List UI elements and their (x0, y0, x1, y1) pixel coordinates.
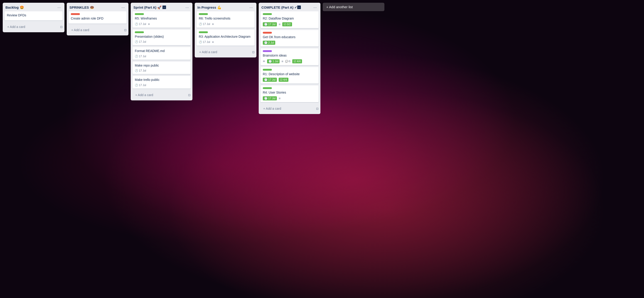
list-header: In Progress 💪 ··· (195, 3, 256, 11)
description-icon (212, 40, 214, 44)
card-description-icon (279, 97, 280, 100)
card[interactable]: Format README.md 17 Jul (132, 47, 190, 60)
card-date-badge: 🕐 17 Jul (263, 96, 277, 100)
card-meta: 🕐 1 Jul 6 ☑ 4/4 (263, 59, 316, 63)
clock-icon (135, 84, 138, 87)
add-card-button[interactable]: + Add a card (4, 23, 60, 31)
add-card-row: + Add a card (131, 90, 192, 100)
card[interactable]: Review DFDs (4, 11, 63, 21)
clock-icon (199, 23, 202, 26)
archive-icon[interactable] (188, 93, 190, 97)
card-meta: 🕐 17 Jul ☑ 0/2 (263, 22, 316, 26)
card[interactable]: R5: Wireframes 17 Jul (132, 11, 190, 28)
card[interactable]: Create admin role DFD (68, 11, 126, 24)
list-sprinkles: SPRINKLES 🍩 ··· Create admin role DFD + … (67, 3, 128, 36)
card-description-icon (148, 22, 150, 26)
card[interactable]: R2: Dataflow Diagram 🕐 17 Jul ☑ 0/2 (260, 11, 318, 28)
card-meta: 17 Jul (135, 84, 188, 87)
card-label (263, 87, 272, 89)
watch-icon (263, 60, 265, 63)
card-meta: 17 Jul (135, 22, 188, 26)
card[interactable]: R4: User Stories 🕐 17 Jul (260, 85, 318, 102)
archive-icon[interactable] (124, 28, 126, 32)
clock-icon (135, 23, 138, 26)
card-title: Make repo public (135, 63, 188, 68)
card-title: Presentation (slides) (135, 35, 188, 39)
card[interactable]: Make repo public 17 Jul (132, 62, 190, 74)
card-title: Make trello public (135, 78, 188, 82)
add-card-button[interactable]: + Add a card (260, 105, 316, 112)
clock-icon (135, 55, 138, 58)
card-title: R2: Dataflow Diagram (263, 16, 316, 21)
card-label (263, 50, 272, 52)
card[interactable]: R6: Trello screenshots 17 Jul (196, 11, 254, 28)
list-title: COMPLETE (Part A) ✓🅰 (262, 6, 312, 10)
comment-count: 6 (285, 60, 291, 63)
clock-icon (199, 41, 202, 44)
card-meta: 🕐 17 Jul ☑ 4/4 (263, 78, 316, 82)
card-meta: 17 Jul (135, 55, 188, 58)
add-card-row: + Add a card (3, 22, 64, 32)
board: Backlog 🤩 ··· Review DFDs + Add a card S… (0, 0, 644, 298)
card[interactable]: R3: Application Architecture Diagram 17 … (196, 30, 254, 46)
card-label (199, 13, 208, 15)
list-title: Sprint (Part A) 🚀 🅰 (134, 6, 184, 10)
description-icon (282, 60, 283, 63)
card-date-badge: 🕐 2 Jul (263, 41, 275, 45)
card[interactable]: Presentation (slides) ✏ 17 Jul (132, 30, 190, 46)
card-meta: 17 Jul (135, 40, 188, 43)
description-icon (148, 22, 150, 26)
checklist-badge: ☑ 4/4 (292, 59, 302, 63)
add-card-row: + Add a card (259, 104, 320, 114)
list-menu-button[interactable]: ··· (120, 5, 126, 10)
card-date: 17 Jul (199, 23, 210, 26)
card[interactable]: Get OK from educators 🕐 2 Jul (260, 30, 318, 47)
add-list-button[interactable]: + Add another list (323, 3, 384, 11)
list-body: R6: Trello screenshots 17 Jul R3: Applic… (195, 11, 256, 48)
list-menu-button[interactable]: ··· (312, 5, 318, 10)
card-title: R4: User Stories (263, 90, 316, 95)
card-date: 17 Jul (135, 23, 146, 26)
add-card-row: + Add a card (67, 26, 128, 36)
add-card-button[interactable]: + Add a card (68, 26, 124, 34)
archive-icon[interactable] (60, 25, 63, 29)
card-title: Get OK from educators (263, 35, 316, 40)
card-meta: 🕐 2 Jul (263, 41, 316, 45)
card-meta: 17 Jul (135, 69, 188, 72)
list-title: In Progress 💪 (198, 6, 248, 10)
card-date-badge: 🕐 17 Jul (263, 22, 277, 26)
card-date: 17 Jul (135, 55, 146, 58)
card-description-icon (212, 40, 214, 44)
card-meta: 17 Jul (199, 22, 252, 26)
card[interactable]: R1: Description of website 🕐 17 Jul ☑ 4/… (260, 67, 318, 84)
card-label (199, 31, 208, 33)
clock-icon (135, 40, 138, 43)
card-title: R1: Description of website (263, 72, 316, 77)
list-sprint-a: Sprint (Part A) 🚀 🅰 ··· R5: Wireframes 1… (131, 3, 192, 100)
add-card-button[interactable]: + Add a card (196, 48, 252, 56)
card-meta: 🕐 17 Jul (263, 96, 316, 100)
list-menu-button[interactable]: ··· (184, 5, 190, 10)
card-label (263, 13, 272, 15)
card-title: Review DFDs (7, 13, 60, 18)
archive-icon[interactable] (252, 50, 254, 54)
card-title: Brainstorm ideas (263, 53, 316, 58)
card[interactable]: Make trello public 17 Jul (132, 76, 190, 89)
archive-icon[interactable] (316, 107, 318, 111)
card-date-badge: 🕐 17 Jul (263, 78, 277, 82)
card[interactable]: Brainstorm ideas 🕐 1 Jul 6 ☑ 4/4 (260, 48, 318, 65)
clock-icon: 🕐 (264, 23, 268, 26)
list-body: Review DFDs (3, 11, 64, 22)
card-title: R5: Wireframes (135, 16, 188, 21)
list-body: Create admin role DFD (67, 11, 128, 26)
list-menu-button[interactable]: ··· (56, 5, 62, 10)
card-description-icon (279, 23, 280, 26)
list-complete-a: COMPLETE (Part A) ✓🅰 ··· R2: Dataflow Di… (259, 3, 320, 114)
list-header: Backlog 🤩 ··· (3, 3, 64, 11)
add-card-button[interactable]: + Add a card (132, 91, 188, 99)
card-title: R3: Application Architecture Diagram (199, 35, 252, 39)
list-menu-button[interactable]: ··· (248, 5, 254, 10)
card-date-badge: 🕐 1 Jul (267, 59, 280, 63)
list-in-progress: In Progress 💪 ··· R6: Trello screenshots… (195, 3, 256, 58)
list-title: SPRINKLES 🍩 (70, 6, 120, 10)
